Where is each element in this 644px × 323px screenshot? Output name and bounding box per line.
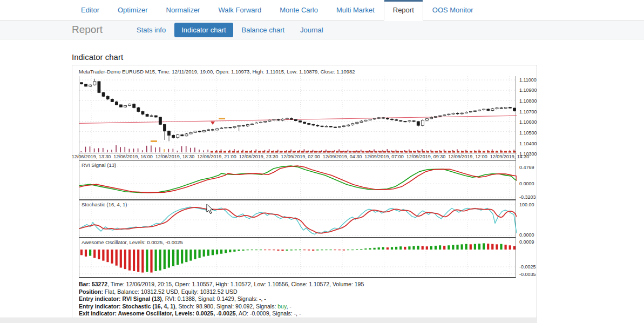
bar-info-line: Exit indicator: Awesome Oscillator, Leve… bbox=[79, 310, 364, 318]
app-root: EditorOptimizerNormalizerWalk ForwardMon… bbox=[0, 0, 644, 323]
tab-normalizer[interactable]: Normalizer bbox=[157, 0, 209, 21]
bar-info-segment: Entry indicator: Stochastic (16, 4, 1) bbox=[79, 303, 175, 309]
bar-info-segment: , AO: -0.0009, Signals: -, - bbox=[236, 310, 301, 317]
main-tab-bar: EditorOptimizerNormalizerWalk ForwardMon… bbox=[0, 0, 644, 21]
tab-optimizer[interactable]: Optimizer bbox=[109, 0, 157, 21]
report-title: Report bbox=[72, 24, 103, 36]
value-axis-label: 0.0000 bbox=[519, 232, 534, 238]
mouse-cursor-icon bbox=[206, 204, 214, 214]
time-axis-label: 12/09/2019, 12:00 bbox=[448, 154, 487, 159]
subtab-indicator-chart[interactable]: Indicator chart bbox=[174, 23, 233, 37]
time-axis-label: 12/06/2019, 16:00 bbox=[113, 154, 153, 159]
rvi-panel: RVI Signal (13) bbox=[79, 160, 516, 199]
tab-editor[interactable]: Editor bbox=[72, 0, 109, 21]
stochastic-panel: Stochastic (16, 4, 1) bbox=[79, 199, 516, 237]
value-axis-label: 1.10600 bbox=[519, 119, 537, 125]
price-chart[interactable] bbox=[79, 76, 517, 153]
ao-panel: Awesome Oscillator, Levels: 0.0025, -0.0… bbox=[79, 237, 516, 278]
value-axis-label: -0.0025 bbox=[519, 264, 536, 270]
rvi-panel-label: RVI Signal (13) bbox=[80, 162, 117, 168]
tab-multi-market[interactable]: Multi Market bbox=[327, 0, 384, 21]
bar-info-segment: Bar: 53272 bbox=[79, 281, 107, 287]
bar-info-segment: , RVI: 0.1388, Signal: 0.1429, Signals: … bbox=[162, 295, 266, 302]
value-axis-label: 1.10400 bbox=[519, 141, 537, 146]
time-axis-label: 12/09/2019, 04:30 bbox=[323, 154, 362, 159]
subtab-journal[interactable]: Journal bbox=[293, 23, 330, 37]
chart-title: MetaTrader-Demo EURUSD M15, Time: 12/11/… bbox=[79, 69, 355, 75]
value-axis-label: 0.0009 bbox=[519, 239, 534, 245]
time-axis-label: 12/08/2019, 23:30 bbox=[239, 154, 279, 159]
bar-info-segment: Entry indicator: RVI Signal (13) bbox=[79, 295, 162, 302]
bar-info-line: Entry indicator: RVI Signal (13), RVI: 0… bbox=[79, 295, 364, 303]
stochastic-chart[interactable] bbox=[79, 200, 517, 237]
indicator-chart-card: MetaTrader-Demo EURUSD M15, Time: 12/11/… bbox=[72, 65, 537, 323]
bar-info-segment: Flat, Balance: 10312.52 USD, Equity: 103… bbox=[103, 288, 238, 295]
bar-info-line: Entry indicator: Stochastic (16, 4, 1), … bbox=[79, 303, 364, 311]
tab-oos-monitor[interactable]: OOS Monitor bbox=[423, 0, 483, 21]
horizontal-scrollbar[interactable] bbox=[0, 318, 537, 323]
time-axis-label: 12/06/2019, 21:00 bbox=[197, 154, 236, 159]
tab-walk-forward[interactable]: Walk Forward bbox=[209, 0, 270, 21]
bar-info-block: Bar: 53272, Time: 12/06/2019, 20:15, Ope… bbox=[79, 281, 364, 318]
value-axis-label: 0.0000 bbox=[519, 181, 534, 186]
time-axis-label: 12/09/2019, 07:00 bbox=[364, 154, 404, 159]
ao-panel-label: Awesome Oscillator, Levels: 0.0025, -0.0… bbox=[80, 239, 184, 245]
bar-info-line: Bar: 53272, Time: 12/06/2019, 20:15, Ope… bbox=[79, 281, 364, 288]
page-heading: Indicator chart bbox=[72, 52, 123, 62]
value-axis-label: 1.10900 bbox=[519, 88, 537, 93]
bar-info-segment: Exit indicator: Awesome Oscillator, Leve… bbox=[79, 310, 236, 317]
time-axis-label: 12/06/2019, 13:30 bbox=[72, 154, 111, 159]
tab-monte-carlo[interactable]: Monte Carlo bbox=[270, 0, 327, 21]
value-axis-label: 100.00 bbox=[519, 202, 534, 207]
value-axis-label: -0.0035 bbox=[519, 272, 536, 277]
value-axis-label: 1.10800 bbox=[519, 98, 537, 104]
bar-info-segment: , Stoch: 98.980, Signal: 90.092, Signals… bbox=[175, 303, 278, 309]
time-axis-label: 12/09/2019, 09:30 bbox=[406, 154, 446, 159]
value-axis-label: 1.10700 bbox=[519, 109, 537, 115]
subtab-stats-info[interactable]: Stats info bbox=[130, 23, 173, 37]
value-axis-label: 0.4769 bbox=[519, 165, 534, 170]
value-axis-label: 1.10300 bbox=[519, 151, 537, 157]
report-subheader: Report Stats infoIndicator chartBalance … bbox=[0, 21, 644, 39]
time-axis-label: 12/09/2019, 02:00 bbox=[281, 154, 320, 159]
report-subtabs: Stats infoIndicator chartBalance chartJo… bbox=[130, 23, 330, 37]
time-axis: 12/06/2019, 13:3012/06/2019, 16:0012/06/… bbox=[79, 153, 516, 160]
stochastic-panel-label: Stochastic (16, 4, 1) bbox=[80, 201, 128, 207]
bar-info-line: Position: Flat, Balance: 10312.52 USD, E… bbox=[79, 288, 364, 296]
time-axis-label: 12/06/2019, 18:30 bbox=[155, 154, 195, 159]
subtab-balance-chart[interactable]: Balance chart bbox=[235, 23, 292, 37]
bar-info-segment: , Time: 12/06/2019, 20:15, Open: 1.10557… bbox=[107, 281, 364, 287]
value-axis-label: 1.10500 bbox=[519, 130, 537, 136]
tab-report[interactable]: Report bbox=[384, 0, 423, 21]
value-axis-label: 1.11000 bbox=[519, 77, 537, 83]
chart-plot-column: 12/06/2019, 13:3012/06/2019, 16:0012/06/… bbox=[79, 76, 516, 278]
value-axis-label: -0.3203 bbox=[519, 194, 536, 200]
bar-info-segment: buy bbox=[277, 303, 286, 309]
rvi-chart[interactable] bbox=[79, 161, 517, 199]
bar-info-segment: , - bbox=[286, 303, 291, 309]
value-axis-column: 1.110001.109001.108001.107001.106001.105… bbox=[517, 65, 538, 281]
bar-info-segment: Position: bbox=[79, 288, 103, 295]
